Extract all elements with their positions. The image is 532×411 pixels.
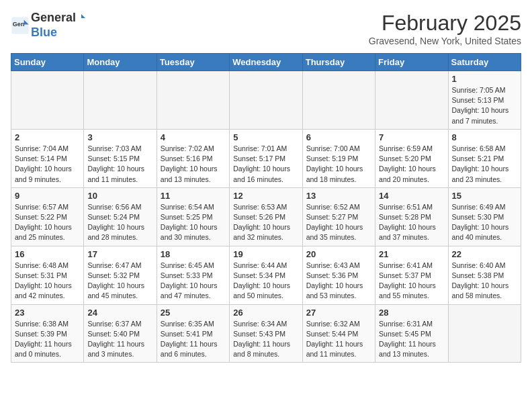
calendar-header-row: SundayMondayTuesdayWednesdayThursdayFrid… <box>11 54 521 71</box>
calendar-cell: 6Sunrise: 7:00 AM Sunset: 5:19 PM Daylig… <box>302 129 375 187</box>
day-number: 2 <box>15 132 80 142</box>
day-info: Sunrise: 6:41 AM Sunset: 5:37 PM Dayligh… <box>379 261 444 302</box>
day-number: 17 <box>87 249 152 259</box>
day-info: Sunrise: 6:32 AM Sunset: 5:44 PM Dayligh… <box>306 319 371 360</box>
day-number: 15 <box>452 191 517 201</box>
day-number: 18 <box>161 249 226 259</box>
calendar-cell: 10Sunrise: 6:56 AM Sunset: 5:24 PM Dayli… <box>84 187 157 246</box>
calendar-cell: 17Sunrise: 6:47 AM Sunset: 5:32 PM Dayli… <box>84 246 157 304</box>
day-info: Sunrise: 6:54 AM Sunset: 5:25 PM Dayligh… <box>161 202 226 243</box>
day-number: 21 <box>379 249 444 259</box>
weekday-header: Sunday <box>11 54 84 71</box>
day-info: Sunrise: 6:35 AM Sunset: 5:41 PM Dayligh… <box>161 319 226 360</box>
weekday-header: Thursday <box>302 54 375 71</box>
day-number: 11 <box>161 191 226 201</box>
logo-text: General Blue <box>31 11 87 40</box>
day-info: Sunrise: 7:05 AM Sunset: 5:13 PM Dayligh… <box>452 85 517 126</box>
calendar-cell <box>157 71 229 130</box>
day-info: Sunrise: 6:59 AM Sunset: 5:20 PM Dayligh… <box>379 144 444 185</box>
calendar-cell: 21Sunrise: 6:41 AM Sunset: 5:37 PM Dayli… <box>375 246 448 304</box>
calendar-cell: 26Sunrise: 6:34 AM Sunset: 5:43 PM Dayli… <box>230 304 302 363</box>
day-info: Sunrise: 6:31 AM Sunset: 5:45 PM Dayligh… <box>379 319 444 360</box>
weekday-header: Wednesday <box>230 54 302 71</box>
calendar-cell: 20Sunrise: 6:43 AM Sunset: 5:36 PM Dayli… <box>302 246 375 304</box>
calendar-cell: 28Sunrise: 6:31 AM Sunset: 5:45 PM Dayli… <box>375 304 448 363</box>
calendar-week-row: 16Sunrise: 6:48 AM Sunset: 5:31 PM Dayli… <box>11 246 521 304</box>
day-info: Sunrise: 6:44 AM Sunset: 5:34 PM Dayligh… <box>233 261 298 302</box>
day-number: 20 <box>306 249 371 259</box>
calendar-cell: 5Sunrise: 7:01 AM Sunset: 5:17 PM Daylig… <box>230 129 302 187</box>
day-info: Sunrise: 7:02 AM Sunset: 5:16 PM Dayligh… <box>161 144 226 185</box>
day-info: Sunrise: 7:03 AM Sunset: 5:15 PM Dayligh… <box>87 144 152 185</box>
day-info: Sunrise: 7:00 AM Sunset: 5:19 PM Dayligh… <box>306 144 371 185</box>
calendar-cell: 2Sunrise: 7:04 AM Sunset: 5:14 PM Daylig… <box>11 129 84 187</box>
calendar-cell: 14Sunrise: 6:51 AM Sunset: 5:28 PM Dayli… <box>375 187 448 246</box>
logo: Gen General Blue <box>11 11 87 40</box>
day-number: 1 <box>452 74 517 84</box>
day-info: Sunrise: 6:48 AM Sunset: 5:31 PM Dayligh… <box>15 261 80 302</box>
calendar-cell: 23Sunrise: 6:38 AM Sunset: 5:39 PM Dayli… <box>11 304 84 363</box>
day-number: 22 <box>452 249 517 259</box>
day-info: Sunrise: 6:58 AM Sunset: 5:21 PM Dayligh… <box>452 144 517 185</box>
day-info: Sunrise: 6:37 AM Sunset: 5:40 PM Dayligh… <box>87 319 152 360</box>
calendar-table: SundayMondayTuesdayWednesdayThursdayFrid… <box>11 53 521 363</box>
day-info: Sunrise: 6:49 AM Sunset: 5:30 PM Dayligh… <box>452 202 517 243</box>
calendar-cell: 8Sunrise: 6:58 AM Sunset: 5:21 PM Daylig… <box>448 129 521 187</box>
day-number: 16 <box>15 249 80 259</box>
day-number: 24 <box>87 308 152 318</box>
calendar-cell: 15Sunrise: 6:49 AM Sunset: 5:30 PM Dayli… <box>448 187 521 246</box>
day-number: 19 <box>233 249 298 259</box>
calendar-cell: 18Sunrise: 6:45 AM Sunset: 5:33 PM Dayli… <box>157 246 229 304</box>
calendar-week-row: 23Sunrise: 6:38 AM Sunset: 5:39 PM Dayli… <box>11 304 521 363</box>
title-block: February 2025 Gravesend, New York, Unite… <box>369 11 521 46</box>
day-info: Sunrise: 6:52 AM Sunset: 5:27 PM Dayligh… <box>306 202 371 243</box>
day-info: Sunrise: 6:40 AM Sunset: 5:38 PM Dayligh… <box>452 261 517 302</box>
calendar-cell: 16Sunrise: 6:48 AM Sunset: 5:31 PM Dayli… <box>11 246 84 304</box>
calendar-week-row: 1Sunrise: 7:05 AM Sunset: 5:13 PM Daylig… <box>11 71 521 130</box>
day-number: 27 <box>306 308 371 318</box>
day-info: Sunrise: 6:45 AM Sunset: 5:33 PM Dayligh… <box>161 261 226 302</box>
day-number: 3 <box>87 132 152 142</box>
day-number: 23 <box>15 308 80 318</box>
day-number: 12 <box>233 191 298 201</box>
day-number: 6 <box>306 132 371 142</box>
day-info: Sunrise: 6:57 AM Sunset: 5:22 PM Dayligh… <box>15 202 80 243</box>
svg-marker-3 <box>81 14 85 18</box>
calendar-cell: 12Sunrise: 6:53 AM Sunset: 5:26 PM Dayli… <box>230 187 302 246</box>
calendar-cell <box>448 304 521 363</box>
svg-text:Gen: Gen <box>13 21 25 28</box>
day-number: 10 <box>87 191 152 201</box>
calendar-cell: 3Sunrise: 7:03 AM Sunset: 5:15 PM Daylig… <box>84 129 157 187</box>
calendar-cell <box>84 71 157 130</box>
day-info: Sunrise: 6:56 AM Sunset: 5:24 PM Dayligh… <box>87 202 152 243</box>
day-number: 25 <box>161 308 226 318</box>
day-number: 7 <box>379 132 444 142</box>
calendar-cell: 25Sunrise: 6:35 AM Sunset: 5:41 PM Dayli… <box>157 304 229 363</box>
calendar-cell: 22Sunrise: 6:40 AM Sunset: 5:38 PM Dayli… <box>448 246 521 304</box>
calendar-cell: 4Sunrise: 7:02 AM Sunset: 5:16 PM Daylig… <box>157 129 229 187</box>
day-info: Sunrise: 6:51 AM Sunset: 5:28 PM Dayligh… <box>379 202 444 243</box>
page-header: Gen General Blue February 2025 Gravesend… <box>11 11 521 46</box>
calendar-cell: 24Sunrise: 6:37 AM Sunset: 5:40 PM Dayli… <box>84 304 157 363</box>
calendar-cell <box>302 71 375 130</box>
day-number: 26 <box>233 308 298 318</box>
calendar-cell <box>11 71 84 130</box>
day-number: 5 <box>233 132 298 142</box>
day-number: 9 <box>15 191 80 201</box>
month-title: February 2025 <box>369 11 521 36</box>
logo-icon: Gen <box>11 16 30 35</box>
calendar-cell <box>230 71 302 130</box>
day-number: 13 <box>306 191 371 201</box>
calendar-cell: 19Sunrise: 6:44 AM Sunset: 5:34 PM Dayli… <box>230 246 302 304</box>
day-number: 8 <box>452 132 517 142</box>
day-info: Sunrise: 6:53 AM Sunset: 5:26 PM Dayligh… <box>233 202 298 243</box>
day-info: Sunrise: 6:34 AM Sunset: 5:43 PM Dayligh… <box>233 319 298 360</box>
calendar-cell: 13Sunrise: 6:52 AM Sunset: 5:27 PM Dayli… <box>302 187 375 246</box>
day-number: 14 <box>379 191 444 201</box>
day-number: 28 <box>379 308 444 318</box>
day-info: Sunrise: 7:01 AM Sunset: 5:17 PM Dayligh… <box>233 144 298 185</box>
weekday-header: Tuesday <box>157 54 229 71</box>
day-info: Sunrise: 7:04 AM Sunset: 5:14 PM Dayligh… <box>15 144 80 185</box>
calendar-cell: 7Sunrise: 6:59 AM Sunset: 5:20 PM Daylig… <box>375 129 448 187</box>
calendar-cell: 9Sunrise: 6:57 AM Sunset: 5:22 PM Daylig… <box>11 187 84 246</box>
